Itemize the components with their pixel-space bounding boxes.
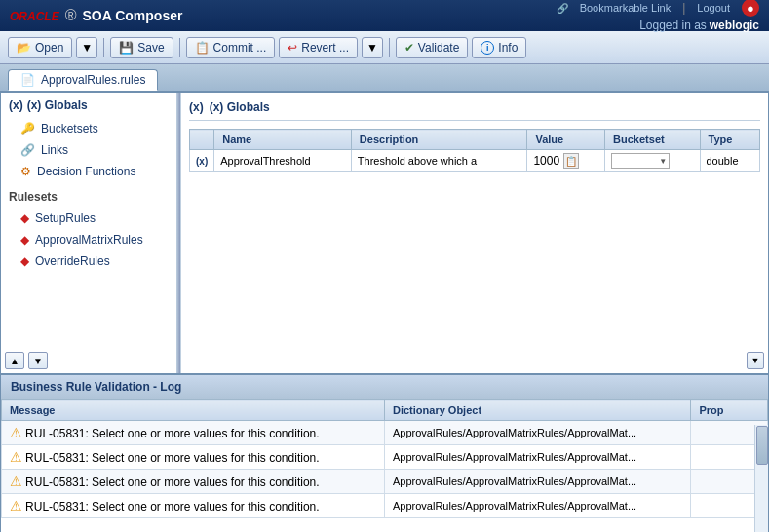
log-warning-icon-cell: ⚠ RUL-05831: Select one or more values f… — [2, 470, 385, 494]
setup-rules-label: SetupRules — [35, 211, 96, 225]
approval-matrix-rules-label: ApprovalMatrixRules — [35, 233, 143, 247]
edit-value-button[interactable]: 📋 — [563, 153, 579, 169]
row-icon-cell: (x) — [190, 150, 214, 172]
log-warning-icon-cell: ⚠ RUL-05831: Select one or more values f… — [2, 494, 385, 518]
revert-label: Revert ... — [301, 41, 349, 55]
row-description-cell: Threshold above which a — [351, 150, 527, 172]
log-message-text: RUL-05831: Select one or more values for… — [25, 500, 320, 513]
log-header-text: Business Rule Validation - Log — [11, 380, 181, 394]
decision-functions-icon: ⚙ — [20, 165, 31, 178]
log-section: Business Rule Validation - Log Message D… — [0, 374, 769, 532]
toolbar-separator-1 — [103, 38, 104, 57]
log-col-dictionary: Dictionary Object — [385, 400, 691, 421]
oracle-logo: ORACLE — [10, 8, 59, 23]
nav-up-button[interactable]: ▲ — [5, 352, 24, 369]
tab-approval-rules[interactable]: 📄 ApprovalRules.rules — [8, 69, 158, 91]
row-type-cell: double — [700, 150, 760, 172]
globals-icon: (x) — [189, 100, 204, 114]
links-icon: 🔗 — [20, 143, 35, 157]
open-label: Open — [35, 41, 63, 55]
commit-button[interactable]: 📋 Commit ... — [186, 37, 276, 58]
validate-button[interactable]: ✔ Validate — [396, 37, 468, 58]
sidebar: (x) (x) Globals 🔑 Bucketsets 🔗 Links ⚙ D… — [1, 93, 181, 373]
sidebar-nav-buttons: ▲ ▼ — [5, 352, 48, 369]
sidebar-globals-label: (x) Globals — [27, 98, 88, 112]
validate-label: Validate — [418, 41, 459, 55]
row-bucketset-cell[interactable] — [605, 150, 700, 172]
toolbar: 📂 Open ▼ 💾 Save 📋 Commit ... ↩ Revert ..… — [0, 31, 769, 64]
rulesets-section-label: Rulesets — [1, 186, 180, 208]
globals-title: (x) Globals — [210, 100, 270, 114]
sidebar-item-override-rules[interactable]: ◆ OverrideRules — [1, 250, 180, 272]
sidebar-resize-handle[interactable] — [176, 93, 180, 373]
toolbar-separator-2 — [179, 38, 180, 57]
bucketset-dropdown-wrapper[interactable] — [611, 153, 670, 169]
log-col-prop: Prop — [691, 400, 768, 421]
open-dropdown-button[interactable]: ▼ — [76, 37, 97, 58]
log-table-container: Message Dictionary Object Prop ⚠ RUL-058… — [1, 399, 768, 532]
warning-icon: ⚠ — [10, 449, 22, 465]
logged-in-text: Logged in as weblogic — [639, 19, 759, 32]
log-header: Business Rule Validation - Log — [1, 375, 768, 399]
sidebar-item-links[interactable]: 🔗 Links — [1, 139, 180, 161]
globals-toggle-icon: (x) — [9, 98, 23, 112]
col-header-bucketset: Bucketset — [605, 130, 700, 150]
revert-button[interactable]: ↩ Revert ... — [279, 37, 358, 58]
bookmark-link[interactable]: Bookmarkable Link — [580, 2, 672, 14]
bucketsets-label: Bucketsets — [41, 122, 98, 135]
row-value-cell[interactable]: 1000 📋 — [527, 150, 605, 172]
log-table: Message Dictionary Object Prop ⚠ RUL-058… — [1, 399, 768, 518]
app-title: SOA Composer — [82, 8, 182, 23]
col-header-description: Description — [351, 130, 527, 150]
rulesets-label: Rulesets — [9, 190, 58, 204]
bucketsets-icon: 🔑 — [20, 122, 35, 135]
tab-label: ApprovalRules.rules — [41, 73, 145, 87]
value-text: 1000 — [533, 154, 559, 168]
logout-link[interactable]: Logout — [697, 2, 730, 14]
log-scroll-thumb[interactable] — [756, 426, 768, 465]
col-header-type: Type — [700, 130, 760, 150]
log-table-body: ⚠ RUL-05831: Select one or more values f… — [2, 421, 768, 518]
sidebar-item-bucketsets[interactable]: 🔑 Bucketsets — [1, 118, 180, 139]
save-label: Save — [137, 41, 164, 55]
header-right: 🔗 Bookmarkable Link | Logout ● Logged in… — [557, 0, 759, 32]
log-dictionary-cell: ApprovalRules/ApprovalMatrixRules/Approv… — [385, 421, 691, 445]
log-dictionary-cell: ApprovalRules/ApprovalMatrixRules/Approv… — [385, 470, 691, 494]
override-rules-icon: ◆ — [20, 254, 29, 268]
sidebar-item-approval-matrix-rules[interactable]: ◆ ApprovalMatrixRules — [1, 229, 180, 250]
sidebar-item-setup-rules[interactable]: ◆ SetupRules — [1, 208, 180, 229]
log-warning-icon-cell: ⚠ RUL-05831: Select one or more values f… — [2, 445, 385, 470]
log-row: ⚠ RUL-05831: Select one or more values f… — [2, 470, 768, 494]
bucketset-select[interactable] — [611, 153, 670, 169]
toolbar-separator-3 — [389, 38, 390, 57]
tab-icon: 📄 — [20, 73, 35, 87]
log-message-text: RUL-05831: Select one or more values for… — [25, 451, 320, 465]
approval-matrix-icon: ◆ — [20, 233, 29, 247]
sidebar-globals-header[interactable]: (x) (x) Globals — [1, 93, 180, 118]
open-button[interactable]: 📂 Open — [8, 37, 72, 58]
content-area: (x) (x) Globals Name Description Value B… — [181, 93, 768, 373]
row-name-cell: ApprovalThreshold — [214, 150, 352, 172]
log-warning-icon-cell: ⚠ RUL-05831: Select one or more values f… — [2, 421, 385, 445]
info-button[interactable]: i Info — [472, 37, 526, 58]
log-scrollbar[interactable] — [754, 425, 768, 532]
validate-icon: ✔ — [404, 41, 414, 55]
revert-dropdown-button[interactable]: ▼ — [362, 37, 383, 58]
col-header-icon — [190, 130, 214, 150]
log-dictionary-cell: ApprovalRules/ApprovalMatrixRules/Approv… — [385, 445, 691, 470]
log-row: ⚠ RUL-05831: Select one or more values f… — [2, 494, 768, 518]
sidebar-item-decision-functions[interactable]: ⚙ Decision Functions — [1, 161, 180, 182]
warning-icon: ⚠ — [10, 474, 22, 489]
log-row: ⚠ RUL-05831: Select one or more values f… — [2, 445, 768, 470]
col-header-name: Name — [214, 130, 352, 150]
app-header: ORACLE ® SOA Composer 🔗 Bookmarkable Lin… — [0, 0, 769, 31]
nav-down-button[interactable]: ▼ — [28, 352, 48, 369]
logo-section: ORACLE ® SOA Composer — [10, 7, 182, 24]
content-scroll-button[interactable]: ▼ — [747, 352, 764, 369]
save-button[interactable]: 💾 Save — [110, 37, 173, 58]
globals-section-header: (x) (x) Globals — [189, 100, 760, 121]
col-header-value: Value — [527, 130, 605, 150]
globals-table: Name Description Value Bucketset Type (x… — [189, 129, 760, 172]
warning-icon: ⚠ — [10, 498, 22, 513]
log-row: ⚠ RUL-05831: Select one or more values f… — [2, 421, 768, 445]
